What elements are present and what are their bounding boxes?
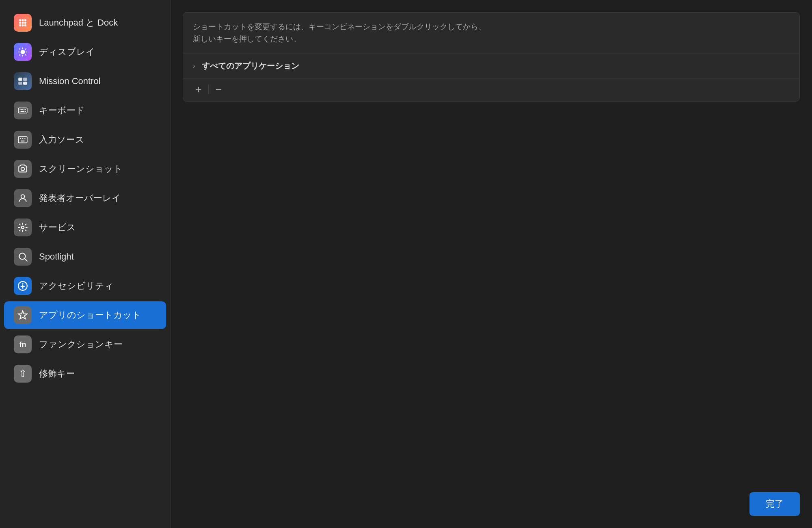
svg-rect-31 — [18, 136, 27, 143]
svg-point-0 — [19, 19, 21, 21]
apps-row[interactable]: › すべてのアプリケーション — [183, 54, 799, 78]
sidebar-item-launchpad[interactable]: Launchpad と Dock — [4, 9, 166, 37]
appshortcuts-icon — [14, 306, 32, 324]
screenshot-label: スクリーンショット — [39, 163, 123, 175]
done-button[interactable]: 完了 — [749, 492, 800, 516]
svg-point-1 — [22, 19, 24, 21]
svg-rect-19 — [23, 78, 27, 81]
sidebar-item-function[interactable]: fnファンクションキー — [4, 331, 166, 358]
presenter-label: 発表者オーバーレイ — [39, 192, 121, 204]
svg-rect-21 — [23, 82, 27, 85]
spotlight-icon — [14, 248, 32, 266]
launchpad-icon — [14, 14, 32, 32]
svg-point-6 — [19, 24, 21, 26]
remove-shortcut-button[interactable]: − — [211, 82, 226, 97]
svg-point-9 — [21, 50, 25, 54]
sidebar-item-screenshot[interactable]: スクリーンショット — [4, 155, 166, 183]
svg-point-5 — [24, 22, 26, 24]
launchpad-label: Launchpad と Dock — [39, 17, 118, 29]
toolbar-row: + − — [183, 78, 799, 101]
screenshot-icon — [14, 160, 32, 178]
function-icon: fn — [14, 335, 32, 353]
sidebar-item-mission[interactable]: Mission Control — [4, 67, 166, 95]
svg-point-7 — [22, 24, 24, 26]
presenter-icon — [14, 189, 32, 207]
accessibility-label: アクセシビリティ — [39, 280, 114, 292]
svg-line-15 — [25, 54, 26, 55]
instruction-text: ショートカットを変更するには、キーコンビネーションをダブルクリックしてから、新し… — [183, 13, 799, 54]
keyboard-label: キーボード — [39, 104, 85, 117]
appshortcuts-label: アプリのショートカット — [39, 309, 141, 321]
services-label: サービス — [39, 221, 76, 234]
all-applications-label: すべてのアプリケーション — [202, 61, 299, 71]
sidebar-item-presenter[interactable]: 発表者オーバーレイ — [4, 184, 166, 212]
svg-line-14 — [19, 49, 20, 50]
svg-rect-20 — [18, 82, 22, 85]
svg-rect-22 — [18, 108, 27, 113]
keyboard-icon — [14, 102, 32, 119]
svg-line-40 — [25, 259, 27, 261]
svg-point-42 — [22, 283, 23, 284]
sidebar-item-keyboard[interactable]: キーボード — [4, 97, 166, 124]
svg-point-4 — [22, 22, 24, 24]
display-label: ディスプレイ — [39, 46, 95, 58]
svg-rect-18 — [18, 78, 22, 81]
sidebar-item-services[interactable]: サービス — [4, 214, 166, 241]
display-icon — [14, 43, 32, 61]
sidebar-item-accessibility[interactable]: アクセシビリティ — [4, 272, 166, 300]
svg-point-36 — [21, 167, 25, 171]
sidebar-item-modifier[interactable]: ⇧修飾キー — [4, 360, 166, 387]
modifier-label: 修飾キー — [39, 368, 75, 380]
shortcut-panel: ショートカットを変更するには、キーコンビネーションをダブルクリックしてから、新し… — [183, 12, 800, 102]
input-icon — [14, 131, 32, 149]
function-label: ファンクションキー — [39, 338, 123, 351]
sidebar-item-display[interactable]: ディスプレイ — [4, 38, 166, 66]
mission-icon — [14, 72, 32, 90]
services-icon — [14, 219, 32, 236]
spotlight-label: Spotlight — [39, 251, 74, 262]
add-shortcut-button[interactable]: + — [191, 82, 206, 97]
svg-point-8 — [24, 24, 26, 26]
input-label: 入力ソース — [39, 134, 84, 146]
sidebar-item-spotlight[interactable]: Spotlight — [4, 243, 166, 270]
accessibility-icon — [14, 277, 32, 295]
sidebar: Launchpad と Dock ディスプレイ Mission Control — [0, 0, 171, 528]
svg-point-38 — [22, 226, 24, 229]
sidebar-item-input[interactable]: 入力ソース — [4, 126, 166, 154]
modifier-icon: ⇧ — [14, 365, 32, 383]
svg-point-2 — [24, 19, 26, 21]
sidebar-item-appshortcuts[interactable]: アプリのショートカット — [4, 301, 166, 329]
toolbar-divider — [208, 85, 209, 95]
svg-line-17 — [19, 54, 20, 55]
mission-label: Mission Control — [39, 76, 101, 87]
main-content: ショートカットを変更するには、キーコンビネーションをダブルクリックしてから、新し… — [171, 0, 812, 528]
svg-line-16 — [25, 49, 26, 50]
svg-point-3 — [19, 22, 21, 24]
svg-point-37 — [21, 195, 25, 198]
chevron-icon[interactable]: › — [193, 62, 195, 70]
